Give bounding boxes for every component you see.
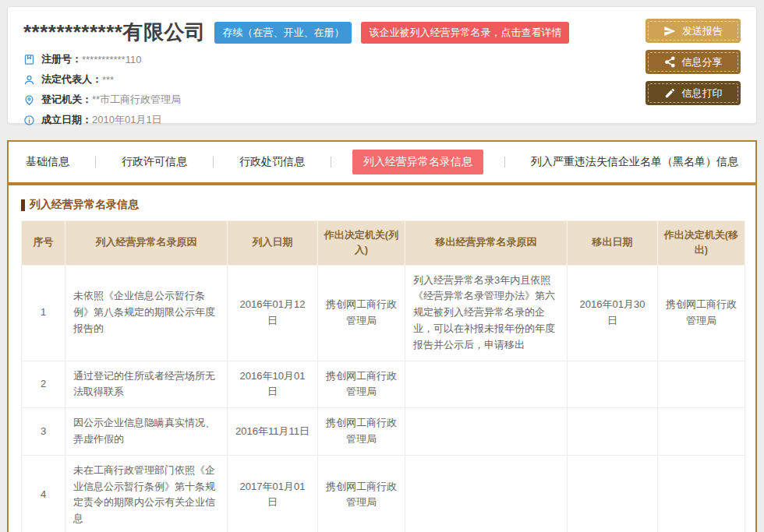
cell-removal-reason xyxy=(405,361,568,408)
cell-index: 2 xyxy=(22,361,65,408)
company-header-card: ************有限公司 存续（在营、开业、在册） 该企业被列入经营异常… xyxy=(7,6,757,124)
cell-listing-date: 2016年01月12日 xyxy=(228,265,318,361)
cell-listing-authority: 携创网工商行政管理局 xyxy=(318,265,405,361)
cell-removal-reason: 列入经营异常名录3年内且依照《经营异常名录管理办法》第六规定被列入经营异常名录的… xyxy=(405,265,568,361)
action-buttons: 发送报告 信息分享 信息打印 xyxy=(646,19,741,105)
info-icon xyxy=(23,115,35,126)
send-report-button[interactable]: 发送报告 xyxy=(646,19,741,43)
col-header-removal-date: 移出日期 xyxy=(568,221,658,266)
abnormal-operations-table: 序号 列入经营异常名录原因 列入日期 作出决定机关(列入) 移出经营异常名录原因… xyxy=(21,220,745,532)
tab-administrative-licensing[interactable]: 行政许可信息 xyxy=(117,150,192,174)
registration-number-value: ***********110 xyxy=(82,54,141,65)
location-icon xyxy=(23,94,35,106)
col-header-removal-reason: 移出经营异常名录原因 xyxy=(405,221,568,266)
col-header-listing-date: 列入日期 xyxy=(228,221,318,266)
person-icon xyxy=(23,74,35,86)
cell-listing-authority: 携创网工商行政管理局 xyxy=(318,361,405,408)
cell-listing-date: 2016年11月11日 xyxy=(228,408,318,456)
cell-removal-date xyxy=(568,361,658,408)
share-info-label: 信息分享 xyxy=(682,55,723,69)
registration-authority-field: 登记机关： **市工商行政管理局 xyxy=(23,93,741,107)
status-badge: 存续（在营、开业、在册） xyxy=(214,22,352,44)
title-marker xyxy=(21,199,25,211)
share-info-button[interactable]: 信息分享 xyxy=(646,50,741,74)
registration-number-field: 注册号： ***********110 xyxy=(23,52,741,66)
print-icon xyxy=(664,87,676,99)
col-header-index: 序号 xyxy=(22,221,65,266)
tab-divider xyxy=(331,157,331,167)
cell-removal-date: 2016年01月30日 xyxy=(568,265,658,361)
table-row: 3 因公示企业信息隐瞒真实情况、弄虚作假的 2016年11月11日 携创网工商行… xyxy=(22,408,745,456)
send-icon xyxy=(663,25,676,37)
tab-administrative-penalty[interactable]: 行政处罚信息 xyxy=(235,150,309,174)
tab-blacklist[interactable]: 列入严重违法失信企业名单（黑名单）信息 xyxy=(526,150,743,174)
cell-index: 1 xyxy=(22,265,65,361)
share-icon xyxy=(664,56,676,68)
cell-listing-authority: 携创网工商行政管理局 xyxy=(318,455,405,532)
cell-removal-date xyxy=(568,455,658,532)
print-info-label: 信息打印 xyxy=(682,86,723,100)
cell-listing-reason: 未在工商行政管理部门依照《企业信息公示暂行条例》第十条规定责令的期限内公示有关企… xyxy=(65,455,228,532)
registration-authority-value: **市工商行政管理局 xyxy=(92,93,181,107)
tab-basic-info[interactable]: 基础信息 xyxy=(21,150,74,174)
cell-index: 4 xyxy=(22,455,65,532)
company-title-row: ************有限公司 存续（在营、开业、在册） 该企业被列入经营异常… xyxy=(23,19,741,46)
table-header-row: 序号 列入经营异常名录原因 列入日期 作出决定机关(列入) 移出经营异常名录原因… xyxy=(22,221,745,266)
cell-listing-authority: 携创网工商行政管理局 xyxy=(318,408,405,456)
cell-listing-date: 2017年01月01日 xyxy=(228,455,318,532)
col-header-listing-reason: 列入经营异常名录原因 xyxy=(65,221,228,266)
cell-removal-date xyxy=(568,408,658,456)
cell-removal-authority xyxy=(658,455,745,532)
tab-divider xyxy=(213,157,214,167)
registration-authority-label: 登记机关： xyxy=(41,93,92,107)
tab-divider xyxy=(504,157,505,167)
table-row: 4 未在工商行政管理部门依照《企业信息公示暂行条例》第十条规定责令的期限内公示有… xyxy=(22,455,745,532)
panel-content: 列入经营异常名录信息 序号 列入经营异常名录原因 列入日期 作出决定机关(列入)… xyxy=(9,185,755,532)
abnormal-alert-badge[interactable]: 该企业被列入经营异常名录，点击查看详情 xyxy=(361,22,569,44)
tab-abnormal-operations[interactable]: 列入经营异常名录信息 xyxy=(352,150,483,174)
print-info-button[interactable]: 信息打印 xyxy=(646,81,741,105)
col-header-listing-authority: 作出决定机关(列入) xyxy=(318,221,405,266)
table-row: 1 未依照《企业信息公示暂行条例》第八条规定的期限公示年度报告的 2016年01… xyxy=(22,265,745,361)
tab-bar: 基础信息 行政许可信息 行政处罚信息 列入经营异常名录信息 列入严重违法失信企业… xyxy=(9,142,755,185)
section-title-text: 列入经营异常名录信息 xyxy=(30,198,139,212)
cell-listing-reason: 通过登记的住所或者经营场所无法取得联系 xyxy=(65,361,228,408)
establishment-date-value: 2010年01月1日 xyxy=(92,113,162,127)
registration-icon xyxy=(23,54,35,65)
col-header-removal-authority: 作出决定机关(移出) xyxy=(658,221,745,266)
establishment-date-field: 成立日期： 2010年01月1日 xyxy=(23,113,741,127)
cell-index: 3 xyxy=(22,408,65,456)
cell-removal-authority: 携创网工商行政管理局 xyxy=(658,265,745,361)
table-row: 2 通过登记的住所或者经营场所无法取得联系 2016年10月01日 携创网工商行… xyxy=(22,361,745,408)
section-title: 列入经营异常名录信息 xyxy=(21,198,743,212)
cell-listing-reason: 未依照《企业信息公示暂行条例》第八条规定的期限公示年度报告的 xyxy=(65,265,228,361)
legal-representative-value: *** xyxy=(102,74,114,86)
cell-listing-date: 2016年10月01日 xyxy=(228,361,318,408)
cell-removal-authority xyxy=(658,361,745,408)
cell-removal-reason xyxy=(405,455,568,532)
main-panel: 基础信息 行政许可信息 行政处罚信息 列入经营异常名录信息 列入严重违法失信企业… xyxy=(7,140,757,532)
legal-representative-label: 法定代表人： xyxy=(41,72,102,86)
company-name: ************有限公司 xyxy=(23,19,205,46)
establishment-date-label: 成立日期： xyxy=(41,113,92,127)
send-report-label: 发送报告 xyxy=(682,24,723,38)
registration-number-label: 注册号： xyxy=(41,52,82,66)
cell-removal-reason xyxy=(405,408,568,456)
tab-divider xyxy=(95,157,96,167)
cell-removal-authority xyxy=(658,408,745,456)
cell-listing-reason: 因公示企业信息隐瞒真实情况、弄虚作假的 xyxy=(65,408,228,456)
legal-representative-field: 法定代表人： *** xyxy=(23,72,741,86)
